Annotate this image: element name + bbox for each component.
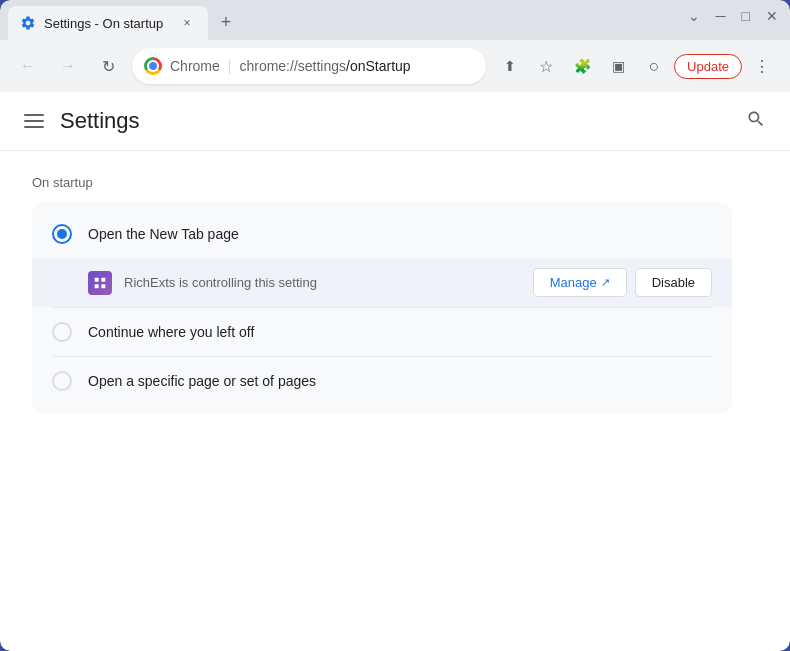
- browser-window: Settings - On startup × + ⌄ ─ □ ✕ ← → ↻ …: [0, 0, 790, 651]
- star-icon: ☆: [539, 57, 553, 76]
- share-button[interactable]: ⬆: [494, 50, 526, 82]
- forward-button[interactable]: →: [52, 50, 84, 82]
- maximize-button[interactable]: □: [742, 8, 750, 24]
- option-continue-label: Continue where you left off: [88, 324, 712, 340]
- radio-specific-page[interactable]: [52, 371, 72, 391]
- content-area: Settings On startup Open the New Tab pag…: [0, 92, 790, 651]
- tab-title: Settings - On startup: [44, 16, 170, 31]
- extensions-button[interactable]: 🧩: [566, 50, 598, 82]
- search-icon: [746, 109, 766, 129]
- back-icon: ←: [20, 57, 36, 75]
- radio-inner-new-tab: [57, 229, 67, 239]
- manage-button-label: Manage: [550, 275, 597, 290]
- bookmark-button[interactable]: ☆: [530, 50, 562, 82]
- navigation-bar: ← → ↻ Chrome | chrome://settings/onStart…: [0, 40, 790, 92]
- extension-actions: Manage ↗ Disable: [533, 268, 712, 297]
- chevron-icon: ⌄: [688, 8, 700, 24]
- reading-mode-icon: ▣: [612, 58, 625, 74]
- radio-new-tab[interactable]: [52, 224, 72, 244]
- settings-header: Settings: [0, 92, 790, 151]
- window-controls: ⌄ ─ □ ✕: [688, 8, 778, 24]
- svg-rect-0: [95, 277, 99, 281]
- url-full: chrome://settings/onStartup: [239, 58, 410, 74]
- reading-mode-button[interactable]: ▣: [602, 50, 634, 82]
- url-display: Chrome | chrome://settings/onStartup: [170, 58, 411, 74]
- profile-button[interactable]: ○: [638, 50, 670, 82]
- menu-button[interactable]: ⋮: [746, 50, 778, 82]
- reload-button[interactable]: ↻: [92, 50, 124, 82]
- share-icon: ⬆: [504, 58, 516, 74]
- hamburger-line-1: [24, 114, 44, 116]
- forward-icon: →: [60, 57, 76, 75]
- active-tab[interactable]: Settings - On startup ×: [8, 6, 208, 40]
- profile-icon: ○: [649, 56, 660, 77]
- close-button[interactable]: ✕: [766, 8, 778, 24]
- reload-icon: ↻: [102, 57, 115, 76]
- extension-control-row: RichExts is controlling this setting Man…: [32, 258, 732, 307]
- update-button[interactable]: Update: [674, 54, 742, 79]
- external-link-icon: ↗: [601, 276, 610, 289]
- extension-control-label: RichExts is controlling this setting: [124, 275, 521, 290]
- search-settings-button[interactable]: [746, 109, 766, 134]
- extension-icon: [88, 271, 112, 295]
- option-new-tab[interactable]: Open the New Tab page: [32, 210, 732, 258]
- tabs-area: Settings - On startup × +: [8, 0, 240, 40]
- option-new-tab-label: Open the New Tab page: [88, 226, 712, 242]
- tab-close-button[interactable]: ×: [178, 14, 196, 32]
- option-specific-page-label: Open a specific page or set of pages: [88, 373, 712, 389]
- url-provider: Chrome: [170, 58, 220, 74]
- radio-continue[interactable]: [52, 322, 72, 342]
- menu-dots-icon: ⋮: [754, 57, 770, 76]
- disable-extension-button[interactable]: Disable: [635, 268, 712, 297]
- settings-tab-icon: [20, 15, 36, 31]
- main-content: On startup Open the New Tab page: [0, 151, 790, 651]
- manage-extension-button[interactable]: Manage ↗: [533, 268, 627, 297]
- svg-rect-1: [101, 277, 105, 281]
- startup-options-card: Open the New Tab page RichExts is contro…: [32, 202, 732, 413]
- svg-rect-3: [101, 284, 105, 288]
- hamburger-line-3: [24, 126, 44, 128]
- richexts-icon: [92, 275, 108, 291]
- settings-title-area: Settings: [24, 108, 140, 134]
- back-button[interactable]: ←: [12, 50, 44, 82]
- sidebar-toggle-button[interactable]: [24, 114, 44, 128]
- minimize-button[interactable]: ─: [716, 8, 726, 24]
- page-title: Settings: [60, 108, 140, 134]
- address-bar[interactable]: Chrome | chrome://settings/onStartup: [132, 48, 486, 84]
- option-specific-page[interactable]: Open a specific page or set of pages: [32, 357, 732, 405]
- chrome-security-icon: [144, 57, 162, 75]
- option-continue[interactable]: Continue where you left off: [32, 308, 732, 356]
- nav-actions: ⬆ ☆ 🧩 ▣ ○ Update ⋮: [494, 50, 778, 82]
- url-separator: |: [228, 58, 232, 74]
- extensions-icon: 🧩: [574, 58, 591, 74]
- title-bar: Settings - On startup × + ⌄ ─ □ ✕: [0, 0, 790, 40]
- section-title: On startup: [32, 175, 758, 190]
- new-tab-button[interactable]: +: [212, 8, 240, 36]
- hamburger-line-2: [24, 120, 44, 122]
- svg-rect-2: [95, 284, 99, 288]
